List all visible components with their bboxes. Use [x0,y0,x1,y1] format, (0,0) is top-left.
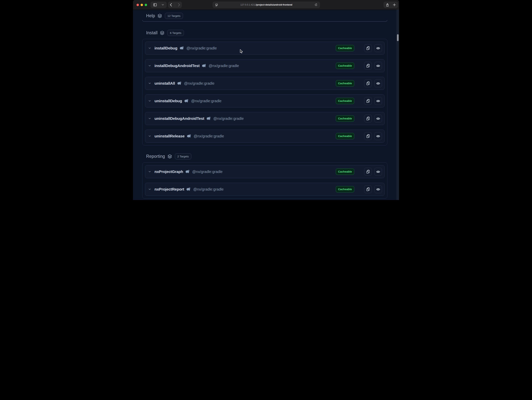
view-task-button[interactable] [374,115,382,122]
target-executor: @nx/gradle:gradle [209,64,239,68]
target-executor: @nx/gradle:gradle [187,46,217,50]
copy-icon [366,99,370,103]
share-button[interactable] [386,3,389,7]
cacheable-badge: Cacheable [336,45,354,51]
eye-icon [376,117,380,121]
chevron-down-icon[interactable] [148,188,151,191]
copy-task-button[interactable] [364,132,372,140]
view-task-button[interactable] [374,44,382,52]
eye-icon [376,170,380,174]
copy-icon [366,170,370,174]
copy-icon [366,187,370,191]
minimize-window-button[interactable] [141,4,143,6]
target-executor: @nx/gradle:gradle [191,99,222,103]
gradle-elephant-icon [202,64,207,68]
scrollbar-thumb[interactable] [397,34,399,41]
copy-task-button[interactable] [364,79,372,87]
copy-task-button[interactable] [364,115,372,122]
section-header-install: Install 6 Targets [146,30,387,36]
target-row[interactable]: uninstallAll @nx/gradle:gradle Cacheable [145,77,385,90]
copy-task-button[interactable] [364,44,372,52]
section-header-help: Help 12 Targets [146,13,387,19]
sidebar-icon[interactable] [153,3,157,6]
copy-task-button[interactable] [364,185,372,193]
cacheable-badge: Cacheable [336,62,354,69]
gradle-elephant-icon [206,117,211,120]
toolbar-right-group [384,2,398,8]
nav-button-group [168,2,182,8]
section-header-reporting: Reporting 2 Targets [146,153,387,159]
section-title: Reporting [146,154,165,159]
target-executor: @nx/gradle:gradle [194,134,224,138]
copy-icon [366,81,370,85]
reader-icon[interactable] [215,3,218,6]
targets-count-badge: 6 Targets [167,30,184,36]
view-task-button[interactable] [374,97,382,105]
target-name: installDebugAndroidTest [154,63,200,68]
target-row[interactable]: installDebugAndroidTest @nx/gradle:gradl… [145,59,385,72]
url-path: /project-details/android-frontend [256,4,292,6]
chevron-down-icon[interactable] [148,64,151,67]
target-name: uninstallAll [154,81,175,86]
target-name: uninstallDebug [154,99,182,103]
eye-icon [376,99,380,103]
url-host: 127.0.0.1:4211 [241,4,256,6]
target-name: uninstallRelease [154,134,185,138]
target-executor: @nx/gradle:gradle [184,81,215,86]
target-row[interactable]: nxProjectReport @nx/gradle:gradle Cachea… [145,183,385,196]
target-name: nxProjectReport [154,187,184,192]
chevron-down-icon[interactable] [148,82,151,85]
eye-icon [376,64,380,68]
target-row[interactable]: uninstallDebug @nx/gradle:gradle Cacheab… [145,94,385,107]
copy-task-button[interactable] [364,168,372,175]
chevron-down-icon[interactable] [148,47,151,50]
address-bar[interactable]: 127.0.0.1:4211/project-details/android-f… [213,2,320,8]
cacheable-badge: Cacheable [336,169,354,175]
eye-icon [376,81,380,86]
gradle-elephant-icon [184,99,189,103]
chevron-down-icon[interactable] [148,135,151,138]
layers-icon [160,31,165,35]
cacheable-badge: Cacheable [336,98,354,104]
target-row[interactable]: installDebug @nx/gradle:gradle Cacheable [145,42,385,55]
copy-icon [366,117,370,121]
target-row[interactable]: uninstallRelease @nx/gradle:gradle Cache… [145,130,385,143]
url-text: 127.0.0.1:4211/project-details/android-f… [218,4,315,6]
gradle-elephant-icon [177,81,182,85]
chevron-down-icon[interactable] [148,117,151,120]
close-window-button[interactable] [137,4,139,6]
chevron-down-icon[interactable] [148,170,151,173]
copy-icon [366,134,370,138]
eye-icon [376,187,380,192]
target-row[interactable]: uninstallDebugAndroidTest @nx/gradle:gra… [145,112,385,125]
view-task-button[interactable] [374,168,382,175]
view-task-button[interactable] [374,132,382,140]
section-title: Install [146,30,158,35]
chevron-down-icon[interactable] [148,100,151,102]
copy-task-button[interactable] [364,62,372,70]
target-executor: @nx/gradle:gradle [192,170,223,174]
back-button[interactable] [170,3,172,6]
copy-task-button[interactable] [364,97,372,105]
targets-count-badge: 2 Targets [175,153,191,159]
reporting-targets-container: nxProjectGraph @nx/gradle:gradle Cacheab… [142,162,387,199]
layers-icon [167,154,172,159]
view-task-button[interactable] [374,62,382,70]
gradle-elephant-icon [186,188,191,191]
new-tab-button[interactable] [393,3,396,6]
browser-window: 127.0.0.1:4211/project-details/android-f… [133,0,399,200]
target-name: nxProjectGraph [154,169,183,174]
forward-button[interactable] [178,3,180,6]
gradle-elephant-icon [185,170,190,174]
target-row[interactable]: nxProjectGraph @nx/gradle:gradle Cacheab… [145,165,385,178]
reload-button[interactable] [315,3,317,6]
sidebar-dropdown-chevron-icon[interactable] [162,4,164,6]
cacheable-badge: Cacheable [336,80,354,87]
view-task-button[interactable] [374,185,382,193]
scrollbar-track[interactable] [396,10,399,200]
help-section-container-bottom [142,20,387,22]
target-name: installDebug [154,46,177,50]
view-task-button[interactable] [374,79,382,87]
gradle-elephant-icon [179,46,184,50]
zoom-window-button[interactable] [145,4,147,6]
